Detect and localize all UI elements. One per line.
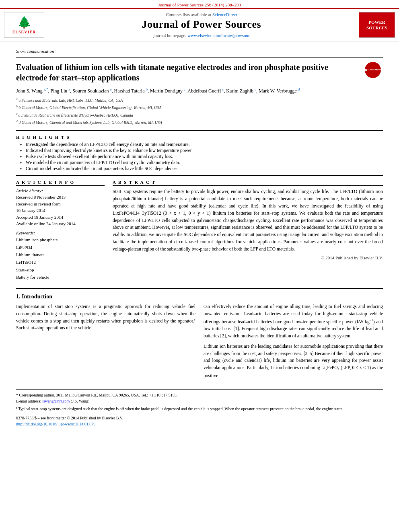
appealing-text: appealing [332,358,350,363]
contents-available-text: Contents lists available at ScienceDirec… [166,12,237,17]
article-history-label: Article history: [16,188,105,193]
footer-doi-block: 0378-7753/$ – see front matter © 2014 Pu… [16,415,383,427]
journal-title: Journal of Power Sources [142,18,261,31]
homepage-link[interactable]: www.elsevier.com/locate/jpowsour [187,33,249,38]
highlight-item-2: Indicated that improving electrolyte kin… [20,148,383,153]
authors-text: John S. Wang a,*, Ping Liu a, Souren Sou… [16,88,300,94]
elsevier-brand-label: ELSEVIER [12,30,36,34]
keywords-label: Keywords: [16,230,105,235]
affiliations-block: a a Sensors and Materials Lab, HRL Labs,… [16,97,383,126]
published-note: © 2014 Published by Elsevier B.V. [113,255,383,260]
keyword-4: Li4Ti5O12 [16,259,105,266]
intro-right-col: can effectively reduce the amount of eng… [204,303,383,383]
highlight-item-1: Investigated the dependence of an LFP/LT… [20,142,383,147]
affiliation-a: a a Sensors and Materials Lab, HRL Labs,… [16,97,383,104]
title-divider-top [16,58,383,58]
journal-homepage-line: journal homepage: www.elsevier.com/locat… [153,33,249,38]
keyword-1: Lithium iron phosphate [16,236,105,244]
journal-logo-box: POWERSOURCES [359,12,395,38]
article-info-column: A R T I C L E I N F O Article history: R… [16,180,105,284]
authors-line: John S. Wang a,*, Ping Liu a, Souren Sou… [16,87,383,94]
email-note: E-mail address: jswang@hrl.com (J.S. Wan… [16,398,383,404]
affiliation-d: d d General Motors, Chemical and Materia… [16,119,383,126]
sciencedirect-link[interactable]: ScienceDirect [212,12,237,17]
article-title-text: Evaluation of lithium ion cells with tit… [16,63,328,82]
article-body: Short communication Evaluation of lithiu… [0,41,399,431]
article-title-block: Evaluation of lithium ion cells with tit… [16,62,383,83]
page: Journal of Power Sources 256 (2014) 288–… [0,0,399,532]
footnote-1: ¹ Typical start–stop systems are designe… [16,406,383,412]
email-link[interactable]: jswang@hrl.com [42,399,70,403]
abstract-text: Start–stop systems require the battery t… [113,188,383,253]
intro-right-paragraph-2: Lithium ion batteries are the leading ca… [204,343,383,380]
article-info-header: A R T I C L E I N F O [16,180,105,186]
issn-line: 0378-7753/$ – see front matter © 2014 Pu… [16,415,383,421]
corresponding-author-note: * Corresponding author. 3011 Malibu Cany… [16,392,383,398]
journal-header: 🌲 ELSEVIER Contents lists available at S… [0,8,399,41]
doi-link[interactable]: http://dx.doi.org/10.1016/j.jpowsour.201… [16,422,95,426]
highlights-divider-top [16,130,383,131]
received-revised-label: Received in revised form [16,201,105,207]
journal-reference: Journal of Power Sources 256 (2014) 288–… [158,2,241,7]
doi-line: http://dx.doi.org/10.1016/j.jpowsour.201… [16,421,383,427]
affiliation-b: b b General Motors, Global Electrificati… [16,104,383,111]
section-tag: Short communication [16,49,383,53]
received-date: Received 8 November 2013 [16,194,105,201]
available-date: Available online 24 January 2014 [16,220,105,227]
article-info-divider [16,175,383,176]
intro-two-col-text: Implementation of start–stop systems is … [16,303,383,383]
intro-divider [16,288,383,289]
keyword-3: Lithium titanate [16,251,105,259]
crossmark-badge: ✕CrossMark [365,62,383,80]
keyword-2: LiFePO4 [16,244,105,251]
keyword-5: Start–stop [16,266,105,274]
keywords-block: Keywords: Lithium iron phosphate LiFePO4… [16,230,105,281]
keywords-list: Lithium iron phosphate LiFePO4 Lithium t… [16,236,105,281]
intro-right-text: can effectively reduce the amount of eng… [204,303,383,380]
crossmark-icon: ✕CrossMark [365,62,381,78]
article-info-abstract-row: A R T I C L E I N F O Article history: R… [16,180,383,284]
article-history-block: Article history: Received 8 November 201… [16,188,105,227]
abstract-header: A B S T R A C T [113,180,383,186]
footnotes-block: * Corresponding author. 3011 Malibu Cany… [16,389,383,427]
intro-left-paragraph: Implementation of start–stop systems is … [16,303,195,332]
accepted-date: Accepted 18 January 2014 [16,214,105,221]
journal-header-center: Contents lists available at ScienceDirec… [48,12,355,38]
journal-logo-text: POWERSOURCES [366,19,387,31]
intro-left-text: Implementation of start–stop systems is … [16,303,195,332]
highlight-item-4: We modeled the circuit parameters of LFP… [20,160,383,165]
highlight-item-5: Circuit model results indicated the circ… [20,166,383,171]
keyword-6: Battery for vehicle [16,273,105,281]
received-revised-date: 16 January 2014 [16,207,105,214]
journal-reference-bar: Journal of Power Sources 256 (2014) 288–… [0,0,399,8]
affiliation-c: c c Institut de Recherche en Électricité… [16,112,383,119]
intro-right-paragraph-1: can effectively reduce the amount of eng… [204,303,383,340]
intro-heading: 1. Introduction [16,294,383,300]
introduction-section: 1. Introduction Implementation of start–… [16,294,383,383]
highlights-list: Investigated the dependence of an LFP/LT… [16,142,383,171]
abstract-column: A B S T R A C T Start–stop systems requi… [113,180,383,284]
elsevier-tree-icon: 🌲 [17,16,31,29]
highlight-item-3: Pulse cycle tests showed excellent life … [20,154,383,159]
intro-left-col: Implementation of start–stop systems is … [16,303,195,383]
elsevier-logo-box: 🌲 ELSEVIER [4,12,44,38]
highlights-header: H I G H L I G H T S [16,135,383,140]
highlights-section: H I G H L I G H T S Investigated the dep… [16,135,383,171]
abstract-paragraph: Start–stop systems require the battery t… [113,188,383,253]
